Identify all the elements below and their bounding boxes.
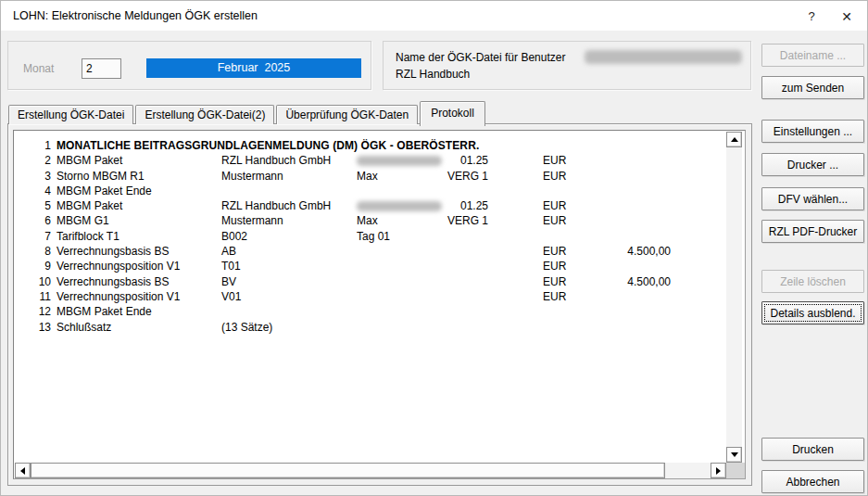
protocol-cell-c2: BV bbox=[221, 274, 236, 289]
protocol-row[interactable]: 4MBGM Paket Ende bbox=[14, 184, 726, 198]
protocol-cell-c4: 01.25 bbox=[410, 198, 488, 213]
protocol-row[interactable]: 6MBGM G1MustermannMaxVERG 1EUR bbox=[14, 213, 726, 228]
vertical-scrollbar[interactable] bbox=[726, 132, 742, 463]
protocol-cell-c5: EUR bbox=[543, 198, 566, 213]
protocol-cell-c1: Schlußsatz bbox=[57, 320, 111, 335]
horizontal-scrollbar[interactable] bbox=[15, 463, 726, 478]
protocol-cell-c6: 4.500,00 bbox=[588, 244, 671, 259]
horizontal-scroll-thumb[interactable] bbox=[31, 463, 665, 478]
protocol-cell-num: 7 bbox=[25, 229, 51, 244]
title-bar: LOHN: Elektronische Meldungen ÖGK erstel… bbox=[1, 1, 867, 31]
protocol-cell-c5: EUR bbox=[543, 274, 566, 289]
protocol-cell-num: 10 bbox=[25, 274, 51, 289]
protocol-cell-c4: VERG 1 bbox=[410, 213, 488, 228]
protocol-cell-c1: Storno MBGM R1 bbox=[57, 169, 145, 184]
protocol-cell-num: 13 bbox=[25, 320, 51, 335]
einstellungen-button[interactable]: Einstellungen ... bbox=[761, 120, 864, 143]
protocol-cell-num: 1 bbox=[25, 138, 51, 153]
protocol-cell-c2: Mustermann bbox=[221, 169, 283, 184]
period-banner: Februar 2025 bbox=[146, 58, 361, 78]
tab-1[interactable]: Erstellung ÖGK-Datei bbox=[8, 105, 133, 124]
protocol-cell-c5: EUR bbox=[543, 289, 566, 304]
details-ausblend-button[interactable]: Details ausblend. bbox=[761, 301, 864, 324]
tab-2[interactable]: Erstellung ÖGK-Datei(2) bbox=[135, 105, 274, 124]
protocol-cell-c5: EUR bbox=[543, 153, 566, 168]
protocol-rows: 1MONATLICHE BEITRAGSGRUNDLAGENMELDUNG (D… bbox=[14, 138, 726, 335]
protocol-cell-c3: Max bbox=[357, 169, 378, 184]
protocol-cell-num: 4 bbox=[25, 184, 51, 198]
protocol-cell-num: 2 bbox=[25, 153, 51, 168]
protocol-cell-c5: EUR bbox=[543, 213, 566, 228]
filename-groupbox bbox=[383, 41, 751, 90]
protocol-cell-c1: Verrechnungsposition V1 bbox=[57, 259, 180, 273]
rzl-pdf-drucker-button[interactable]: RZL PDF-Drucker bbox=[761, 220, 864, 243]
protocol-row[interactable]: 2MBGM PaketRZL Handbuch GmbH01.25EUR bbox=[14, 153, 726, 168]
protocol-cell-c4: VERG 1 bbox=[410, 169, 488, 184]
month-input[interactable] bbox=[82, 58, 121, 79]
protocol-cell-c1: MBGM G1 bbox=[57, 213, 109, 228]
protocol-cell-c2: B002 bbox=[221, 229, 247, 244]
protocol-listbox[interactable]: 1MONATLICHE BEITRAGSGRUNDLAGENMELDUNG (D… bbox=[13, 130, 746, 479]
protocol-cell-c3: Max bbox=[357, 213, 378, 228]
filename-info-label: Name der ÖGK-Datei für Benutzer bbox=[396, 51, 565, 64]
protocol-cell-c2: AB bbox=[221, 244, 236, 259]
protocol-cell-c1: Verrechnungsposition V1 bbox=[57, 289, 180, 304]
protocol-cell-c5: EUR bbox=[543, 259, 566, 273]
month-label: Monat bbox=[23, 58, 54, 79]
scroll-left-icon[interactable] bbox=[15, 463, 31, 478]
drucker-button[interactable]: Drucker ... bbox=[761, 153, 864, 176]
help-icon[interactable]: ? bbox=[797, 1, 826, 31]
window-title: LOHN: Elektronische Meldungen ÖGK erstel… bbox=[13, 1, 258, 31]
tab-3[interactable]: Überprüfung ÖGK-Daten bbox=[276, 105, 418, 124]
protocol-cell-c1: MBGM Paket Ende bbox=[57, 304, 152, 319]
tab-strip: Erstellung ÖGK-DateiErstellung ÖGK-Datei… bbox=[8, 100, 487, 124]
protocol-row[interactable]: 9Verrechnungsposition V1T01EUR bbox=[14, 259, 726, 273]
protocol-cell-c1: MBGM Paket Ende bbox=[57, 184, 152, 198]
dfv-waehlen-button[interactable]: DFV wählen... bbox=[761, 187, 864, 210]
protocol-cell-num: 12 bbox=[25, 304, 51, 319]
abbrechen-button[interactable]: Abbrechen bbox=[761, 470, 864, 493]
protocol-cell-c3: Tag 01 bbox=[357, 229, 390, 244]
protocol-row[interactable]: 10Verrechnungsbasis BSBVEUR4.500,00 bbox=[14, 274, 726, 289]
protocol-cell-num: 9 bbox=[25, 259, 51, 273]
protocol-cell-c1: MBGM Paket bbox=[57, 198, 122, 213]
zeile-loeschen-button: Zeile löschen bbox=[761, 270, 864, 293]
protocol-row[interactable]: 12MBGM Paket Ende bbox=[14, 304, 726, 319]
protocol-cell-c2: T01 bbox=[221, 259, 241, 273]
protocol-cell-c2: V01 bbox=[221, 289, 241, 304]
scroll-up-icon[interactable] bbox=[726, 132, 742, 147]
protocol-row[interactable]: 3Storno MBGM R1MustermannMaxVERG 1EUR bbox=[14, 169, 726, 184]
protocol-cell-c1: MONATLICHE BEITRAGSGRUNDLAGENMELDUNG (DM… bbox=[57, 138, 479, 153]
tab-4[interactable]: Protokoll bbox=[420, 101, 485, 126]
protocol-cell-c4: 01.25 bbox=[410, 153, 488, 168]
protocol-cell-c1: MBGM Paket bbox=[57, 153, 122, 168]
protocol-cell-c6: 4.500,00 bbox=[588, 274, 671, 289]
protocol-cell-c2: RZL Handbuch GmbH bbox=[221, 153, 331, 168]
protocol-cell-num: 3 bbox=[25, 169, 51, 184]
protocol-cell-c5: EUR bbox=[543, 169, 566, 184]
protocol-cell-c1: Verrechnungsbasis BS bbox=[57, 274, 169, 289]
protocol-cell-c2: (13 Sätze) bbox=[221, 320, 272, 335]
dateiname-button: Dateiname ... bbox=[761, 44, 864, 67]
redacted-username bbox=[585, 50, 742, 64]
protocol-row[interactable]: 8Verrechnungsbasis BSABEUR4.500,00 bbox=[14, 244, 726, 259]
protocol-cell-c2: Mustermann bbox=[221, 213, 283, 228]
protocol-row[interactable]: 1MONATLICHE BEITRAGSGRUNDLAGENMELDUNG (D… bbox=[14, 138, 726, 153]
protocol-row[interactable]: 13Schlußsatz(13 Sätze) bbox=[14, 320, 726, 335]
protocol-row[interactable]: 7Tarifblock T1B002Tag 01 bbox=[14, 229, 726, 244]
protocol-cell-c5: EUR bbox=[543, 244, 566, 259]
protocol-row[interactable]: 5MBGM PaketRZL Handbuch GmbH01.25EUR bbox=[14, 198, 726, 213]
scrollbar-corner bbox=[726, 463, 745, 478]
protocol-cell-c2: RZL Handbuch GmbH bbox=[221, 198, 331, 213]
scroll-down-icon[interactable] bbox=[726, 447, 742, 463]
protocol-cell-num: 8 bbox=[25, 244, 51, 259]
drucken-button[interactable]: Drucken bbox=[761, 438, 864, 461]
dialog-window: { "window": { "title": "LOHN: Elektronis… bbox=[0, 0, 868, 496]
zum-senden-button[interactable]: zum Senden bbox=[761, 76, 864, 99]
protocol-cell-num: 11 bbox=[25, 289, 51, 304]
protocol-row[interactable]: 11Verrechnungsposition V1V01EUR bbox=[14, 289, 726, 304]
filename-company-label: RZL Handbuch bbox=[396, 68, 470, 81]
close-icon[interactable]: ✕ bbox=[832, 1, 862, 31]
protocol-cell-c1: Verrechnungsbasis BS bbox=[57, 244, 169, 259]
scroll-right-icon[interactable] bbox=[711, 463, 726, 478]
